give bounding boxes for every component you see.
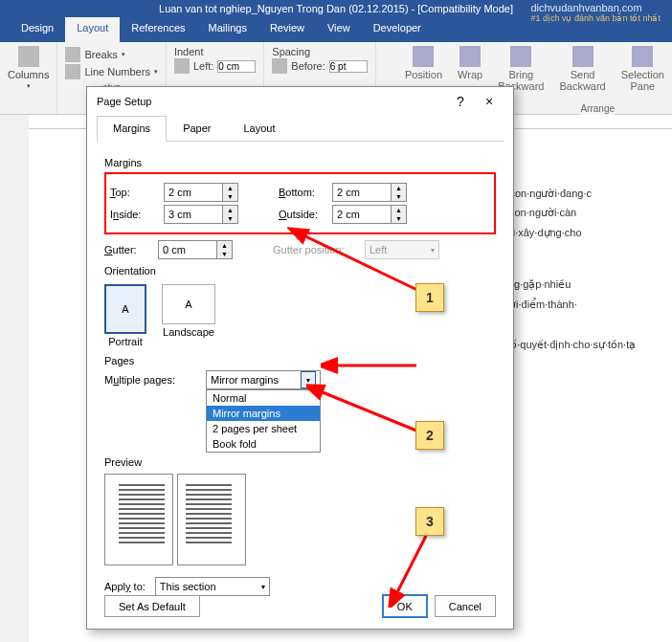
position-icon	[413, 46, 434, 67]
callout-3: 3	[415, 507, 444, 536]
indent-left-value[interactable]	[217, 60, 256, 73]
page-setup-dialog: Page Setup ? × Margins Paper Layout Marg…	[86, 86, 514, 630]
bring-icon	[510, 46, 531, 67]
group-columns: Columns ▾	[0, 42, 57, 114]
wrap-icon	[459, 46, 481, 67]
inside-spinner[interactable]: ▲▼	[164, 205, 238, 224]
spin-up-icon[interactable]: ▲	[392, 206, 406, 214]
orientation-heading: Orientation	[104, 265, 496, 277]
portrait-icon: A	[104, 284, 146, 334]
ok-button[interactable]: OK	[383, 595, 427, 617]
portrait-option[interactable]: A Portrait	[104, 284, 146, 347]
dialog-body: Margins Top: ▲▼ Bottom: ▲▼ Inside: ▲▼ Ou…	[87, 142, 513, 606]
bottom-input[interactable]	[333, 184, 391, 201]
inside-label: Inside:	[110, 209, 158, 220]
pages-heading: Pages	[104, 355, 496, 366]
landscape-option[interactable]: A Landscape	[162, 284, 215, 347]
dropdown-list: Normal Mirror margins 2 pages per sheet …	[206, 389, 321, 453]
spin-down-icon[interactable]: ▼	[392, 214, 406, 223]
margins-heading: Margins	[104, 157, 496, 168]
set-as-default-button[interactable]: Set As Default	[104, 595, 200, 617]
breaks-icon	[65, 47, 80, 62]
send-icon	[572, 46, 594, 67]
spin-down-icon[interactable]: ▼	[217, 250, 232, 258]
callout-1: 1	[415, 283, 444, 312]
spin-up-icon[interactable]: ▲	[223, 184, 237, 192]
tab-design[interactable]: Design	[10, 17, 65, 42]
dd-option-2pages[interactable]: 2 pages per sheet	[207, 421, 320, 436]
tab-mailings[interactable]: Mailings	[197, 17, 258, 42]
dd-option-normal[interactable]: Normal	[207, 390, 320, 406]
selection-pane-button[interactable]: SelectionPane	[614, 42, 672, 114]
spacing-before-control[interactable]: Before:	[272, 58, 367, 74]
outside-input[interactable]	[333, 206, 391, 223]
tab-view[interactable]: View	[316, 17, 362, 42]
dialog-tabs: Margins Paper Layout	[97, 116, 504, 142]
spin-down-icon[interactable]: ▼	[392, 192, 406, 201]
gutter-spinner[interactable]: ▲▼	[158, 240, 233, 259]
tab-layout[interactable]: Layout	[65, 17, 120, 42]
spacing-before-icon	[272, 58, 287, 74]
gutter-position-dropdown: Left▾	[365, 240, 439, 259]
breaks-button[interactable]: Breaks▾	[65, 47, 157, 62]
outside-spinner[interactable]: ▲▼	[332, 205, 407, 224]
spin-up-icon[interactable]: ▲	[392, 184, 406, 192]
landscape-icon: A	[162, 284, 215, 324]
columns-button[interactable]: Columns ▾	[8, 46, 49, 90]
line-numbers-button[interactable]: Line Numbers▾	[65, 64, 157, 79]
chevron-down-icon: ▾	[261, 583, 265, 591]
dialog-tab-paper[interactable]: Paper	[167, 116, 227, 141]
spin-up-icon[interactable]: ▲	[223, 206, 237, 214]
line-numbers-icon	[65, 64, 80, 79]
top-label: Top:	[110, 187, 158, 198]
gutter-input[interactable]	[159, 241, 216, 258]
dd-option-mirror-margins[interactable]: Mirror margins	[207, 406, 320, 421]
preview-heading: Preview	[104, 456, 496, 468]
dialog-tab-margins[interactable]: Margins	[97, 116, 167, 142]
callout-2: 2	[415, 421, 444, 450]
chevron-down-icon[interactable]: ▾	[301, 371, 316, 388]
top-spinner[interactable]: ▲▼	[164, 183, 238, 202]
gutter-position-label: Gutter position:	[273, 244, 359, 255]
bottom-spinner[interactable]: ▲▼	[332, 183, 407, 202]
preview-page-left	[104, 474, 173, 565]
window-title: Luan van tot nghiep_Nguyen Trong Dan (02…	[159, 3, 513, 14]
dialog-buttons: Set As Default OK Cancel	[104, 595, 496, 617]
bottom-label: Bottom:	[279, 187, 326, 198]
apply-to-label: Apply to:	[104, 581, 146, 592]
chevron-down-icon: ▾	[431, 246, 435, 255]
spacing-before-value[interactable]	[329, 60, 368, 73]
spin-up-icon[interactable]: ▲	[217, 241, 232, 250]
indent-left-control[interactable]: Left:	[174, 58, 256, 74]
margins-highlight-box: Top: ▲▼ Bottom: ▲▼ Inside: ▲▼ Outside: ▲…	[104, 172, 496, 234]
gutter-label: Gutter:	[104, 244, 152, 255]
inside-input[interactable]	[165, 206, 222, 223]
columns-icon	[18, 46, 39, 67]
dialog-titlebar[interactable]: Page Setup ? ×	[87, 87, 513, 116]
multiple-pages-label: Multiple pages:	[104, 374, 200, 386]
preview-page-right	[177, 474, 246, 565]
apply-to-dropdown[interactable]: This section▾	[155, 577, 270, 596]
tab-developer[interactable]: Developer	[362, 17, 433, 42]
dd-option-bookfold[interactable]: Book fold	[207, 436, 320, 452]
dialog-title-text: Page Setup	[97, 96, 152, 107]
multiple-pages-dropdown[interactable]: Mirror margins▾ Normal Mirror margins 2 …	[206, 370, 321, 389]
outside-label: Outside:	[279, 209, 326, 220]
tab-references[interactable]: References	[120, 17, 196, 42]
dialog-close-button[interactable]: ×	[475, 94, 504, 109]
indent-left-icon	[174, 58, 190, 74]
spin-down-icon[interactable]: ▼	[223, 214, 237, 223]
dialog-tab-layout[interactable]: Layout	[227, 116, 291, 141]
cancel-button[interactable]: Cancel	[435, 595, 496, 617]
top-input[interactable]	[165, 184, 222, 201]
spin-down-icon[interactable]: ▼	[223, 192, 237, 201]
selection-icon	[632, 46, 653, 67]
tab-review[interactable]: Review	[258, 17, 316, 42]
dialog-help-button[interactable]: ?	[446, 94, 475, 109]
watermark: dichvudanhvanban.com #1 dịch vụ đánh văn…	[530, 2, 661, 23]
